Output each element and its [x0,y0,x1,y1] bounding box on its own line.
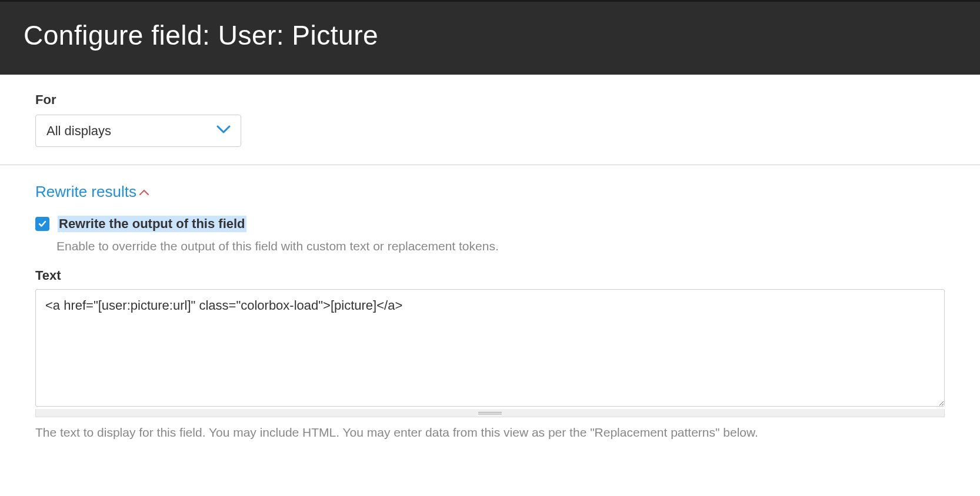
page-title: Configure field: User: Picture [24,19,956,51]
rewrite-checkbox-row: Rewrite the output of this field [35,216,945,232]
chevron-up-icon [139,185,149,199]
rewrite-output-checkbox-label[interactable]: Rewrite the output of this field [58,216,246,232]
for-select-wrapper: All displays [35,115,241,147]
rewrite-results-label: Rewrite results [35,183,136,201]
grip-icon [478,412,502,414]
rewrite-section: Rewrite results Rewrite the output of th… [35,183,945,440]
for-label: For [35,92,945,108]
textarea-wrapper [35,289,945,417]
modal-content: For All displays Rewrite results [0,75,980,451]
rewrite-description: Enable to override the output of this fi… [56,239,945,253]
for-section: For All displays [0,92,980,165]
text-label: Text [35,268,945,283]
modal-header: Configure field: User: Picture [0,0,980,75]
check-icon [38,219,47,229]
for-select[interactable]: All displays [35,115,241,147]
textarea-resize-handle[interactable] [35,409,945,417]
rewrite-text-input[interactable] [35,289,945,407]
text-help: The text to display for this field. You … [35,425,945,440]
rewrite-results-toggle[interactable]: Rewrite results [35,183,149,201]
rewrite-output-checkbox[interactable] [35,217,49,231]
